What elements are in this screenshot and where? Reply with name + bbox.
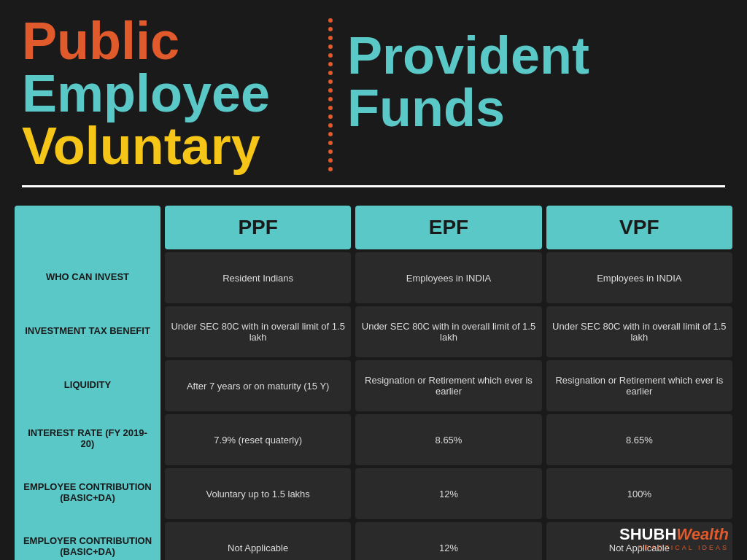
- dotted-divider: [328, 15, 333, 128]
- dot: [328, 44, 333, 49]
- col-header-ppf: PPF: [165, 206, 351, 249]
- column-vpf: VPFEmployees in INDIAUnder SEC 80C with …: [546, 206, 732, 560]
- row-label-1: INVESTMENT TAX BENEFIT: [15, 303, 160, 357]
- labels-column: WHO CAN INVESTINVESTMENT TAX BENEFITLIQU…: [15, 206, 160, 560]
- cell-ppf-5: Not Applicable: [165, 522, 351, 560]
- dot: [328, 88, 333, 93]
- title-voluntary: Voluntary: [22, 120, 314, 172]
- header: Public Employee Voluntary Provident Fund…: [0, 0, 747, 179]
- dot: [328, 167, 333, 171]
- column-ppf: PPFResident IndiansUnder SEC 80C with in…: [165, 206, 351, 560]
- header-left: Public Employee Voluntary: [22, 15, 314, 172]
- dot: [328, 79, 333, 84]
- dot: [328, 27, 333, 31]
- comparison-table: WHO CAN INVESTINVESTMENT TAX BENEFITLIQU…: [0, 198, 747, 560]
- dot: [328, 141, 333, 145]
- title-employee: Employee: [22, 67, 314, 120]
- cell-ppf-1: Under SEC 80C with in overall limit of 1…: [165, 306, 351, 357]
- cell-epf-3: 8.65%: [355, 414, 541, 465]
- cell-vpf-0: Employees in INDIA: [546, 252, 732, 303]
- cell-vpf-2: Resignation or Retirement which ever is …: [546, 360, 732, 411]
- dot: [328, 36, 333, 40]
- row-label-3: INTEREST RATE (FY 2019-20): [15, 411, 160, 465]
- cell-vpf-4: 100%: [546, 468, 732, 519]
- dot: [328, 123, 333, 128]
- dot: [328, 18, 333, 23]
- dot: [328, 149, 333, 154]
- cell-ppf-3: 7.9% (reset quaterly): [165, 414, 351, 465]
- title-public: Public: [22, 15, 314, 67]
- dot: [328, 114, 333, 119]
- logo-shubh: SHUBH: [619, 525, 676, 543]
- row-label-0: WHO CAN INVEST: [15, 249, 160, 303]
- title-provident-funds: Provident Funds: [347, 15, 725, 134]
- col-header-vpf: VPF: [546, 206, 732, 249]
- cell-epf-1: Under SEC 80C with in overall limit of 1…: [355, 306, 541, 357]
- column-epf: EPFEmployees in INDIAUnder SEC 80C with …: [355, 206, 541, 560]
- logo-wealth: Wealth: [676, 525, 729, 543]
- dot: [328, 71, 333, 75]
- col-header-epf: EPF: [355, 206, 541, 249]
- row-label-4: EMPLOYEE CONTRIBUTION (BASIC+DA): [15, 465, 160, 519]
- logo-subtitle: PRACTICAL IDEAS: [619, 544, 729, 551]
- cell-vpf-3: 8.65%: [546, 414, 732, 465]
- cell-epf-5: 12%: [355, 522, 541, 560]
- horizontal-divider: [22, 185, 725, 187]
- cell-ppf-2: After 7 years or on maturity (15 Y): [165, 360, 351, 411]
- cell-epf-0: Employees in INDIA: [355, 252, 541, 303]
- row-label-2: LIQUIDITY: [15, 357, 160, 411]
- dot: [328, 53, 333, 58]
- dot: [328, 62, 333, 66]
- cell-epf-4: 12%: [355, 468, 541, 519]
- cell-vpf-1: Under SEC 80C with in overall limit of 1…: [546, 306, 732, 357]
- cell-ppf-4: Voluntary up to 1.5 lakhs: [165, 468, 351, 519]
- logo: SHUBHWealth PRACTICAL IDEAS: [619, 525, 729, 551]
- dot: [328, 106, 333, 110]
- dot: [328, 158, 333, 163]
- dot: [328, 97, 333, 101]
- row-label-5: EMPLOYER CONTRIBUTION (BASIC+DA): [15, 519, 160, 560]
- cell-epf-2: Resignation or Retirement which ever is …: [355, 360, 541, 411]
- cell-ppf-0: Resident Indians: [165, 252, 351, 303]
- dot: [328, 132, 333, 136]
